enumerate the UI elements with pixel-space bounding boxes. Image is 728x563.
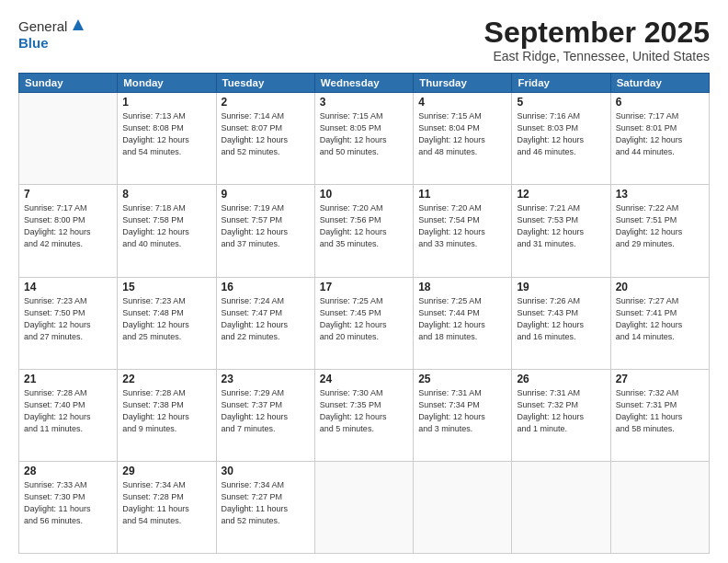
day-number: 13 [616,188,704,201]
calendar-week-row: 21Sunrise: 7:28 AM Sunset: 7:40 PM Dayli… [19,369,710,461]
calendar-day-cell: 7Sunrise: 7:17 AM Sunset: 8:00 PM Daylig… [19,185,118,277]
svg-marker-0 [73,19,84,30]
day-info: Sunrise: 7:29 AM Sunset: 7:37 PM Dayligh… [222,387,310,435]
day-number: 28 [24,465,112,477]
calendar-body: 1Sunrise: 7:13 AM Sunset: 8:08 PM Daylig… [19,93,710,554]
logo-blue-text: Blue [18,35,49,51]
day-number: 18 [418,281,506,293]
day-info: Sunrise: 7:26 AM Sunset: 7:43 PM Dayligh… [517,295,605,343]
day-info: Sunrise: 7:25 AM Sunset: 7:45 PM Dayligh… [320,295,408,343]
day-number: 19 [517,281,605,293]
calendar-day-cell: 29Sunrise: 7:34 AM Sunset: 7:28 PM Dayli… [118,461,216,553]
calendar-day-cell: 17Sunrise: 7:25 AM Sunset: 7:45 PM Dayli… [314,277,413,369]
location-text: East Ridge, Tennessee, United States [484,49,710,63]
calendar-day-cell: 8Sunrise: 7:18 AM Sunset: 7:58 PM Daylig… [118,185,216,277]
day-number: 29 [122,465,210,477]
calendar-day-cell: 15Sunrise: 7:23 AM Sunset: 7:48 PM Dayli… [118,277,216,369]
day-info: Sunrise: 7:14 AM Sunset: 8:07 PM Dayligh… [222,110,310,158]
calendar-day-cell: 2Sunrise: 7:14 AM Sunset: 8:07 PM Daylig… [216,93,314,185]
day-number: 8 [122,188,210,201]
calendar-day-cell [512,461,610,553]
calendar-day-cell: 23Sunrise: 7:29 AM Sunset: 7:37 PM Dayli… [216,369,314,461]
day-of-week-header: Tuesday [216,74,314,93]
day-info: Sunrise: 7:31 AM Sunset: 7:32 PM Dayligh… [517,387,605,435]
day-info: Sunrise: 7:15 AM Sunset: 8:05 PM Dayligh… [320,110,408,158]
day-number: 24 [320,373,408,385]
calendar-day-cell: 24Sunrise: 7:30 AM Sunset: 7:35 PM Dayli… [314,369,413,461]
day-of-week-header: Wednesday [314,74,413,93]
day-number: 14 [24,281,112,293]
day-number: 17 [320,281,408,293]
logo-triangle-icon [72,18,85,35]
day-info: Sunrise: 7:22 AM Sunset: 7:51 PM Dayligh… [616,202,704,250]
calendar-day-cell: 16Sunrise: 7:24 AM Sunset: 7:47 PM Dayli… [216,277,314,369]
calendar-day-cell: 4Sunrise: 7:15 AM Sunset: 8:04 PM Daylig… [414,93,512,185]
day-info: Sunrise: 7:27 AM Sunset: 7:41 PM Dayligh… [616,295,704,343]
calendar-day-cell [610,461,709,553]
day-info: Sunrise: 7:31 AM Sunset: 7:34 PM Dayligh… [418,387,506,435]
logo: General Blue [18,17,85,52]
day-info: Sunrise: 7:34 AM Sunset: 7:28 PM Dayligh… [122,479,210,527]
day-info: Sunrise: 7:23 AM Sunset: 7:50 PM Dayligh… [24,295,112,343]
calendar-week-row: 7Sunrise: 7:17 AM Sunset: 8:00 PM Daylig… [19,185,710,277]
day-number: 2 [222,96,310,109]
calendar-day-cell: 21Sunrise: 7:28 AM Sunset: 7:40 PM Dayli… [19,369,118,461]
calendar-day-cell: 27Sunrise: 7:32 AM Sunset: 7:31 PM Dayli… [610,369,709,461]
calendar-day-cell: 30Sunrise: 7:34 AM Sunset: 7:27 PM Dayli… [216,461,314,553]
calendar-day-cell: 9Sunrise: 7:19 AM Sunset: 7:57 PM Daylig… [216,185,314,277]
calendar-day-cell: 13Sunrise: 7:22 AM Sunset: 7:51 PM Dayli… [610,185,709,277]
day-number: 26 [517,373,605,385]
day-info: Sunrise: 7:19 AM Sunset: 7:57 PM Dayligh… [222,202,310,250]
day-info: Sunrise: 7:20 AM Sunset: 7:54 PM Dayligh… [418,202,506,250]
calendar-day-cell [314,461,413,553]
day-number: 30 [222,465,310,477]
calendar-day-cell: 5Sunrise: 7:16 AM Sunset: 8:03 PM Daylig… [512,93,610,185]
calendar-day-cell: 11Sunrise: 7:20 AM Sunset: 7:54 PM Dayli… [414,185,512,277]
title-section: September 2025 East Ridge, Tennessee, Un… [484,17,710,63]
calendar-day-cell: 6Sunrise: 7:17 AM Sunset: 8:01 PM Daylig… [610,93,709,185]
day-number: 27 [616,373,704,385]
day-info: Sunrise: 7:24 AM Sunset: 7:47 PM Dayligh… [222,295,310,343]
day-of-week-header: Saturday [610,74,709,93]
day-info: Sunrise: 7:23 AM Sunset: 7:48 PM Dayligh… [122,295,210,343]
day-number: 7 [24,188,112,201]
calendar-table: SundayMondayTuesdayWednesdayThursdayFrid… [18,73,710,554]
day-info: Sunrise: 7:13 AM Sunset: 8:08 PM Dayligh… [122,110,210,158]
day-number: 16 [222,281,310,293]
day-number: 22 [122,373,210,385]
page-header: General Blue September 2025 East Ridge, … [18,17,710,63]
day-info: Sunrise: 7:32 AM Sunset: 7:31 PM Dayligh… [616,387,704,435]
calendar-day-cell: 19Sunrise: 7:26 AM Sunset: 7:43 PM Dayli… [512,277,610,369]
day-number: 4 [418,96,506,109]
day-number: 6 [616,96,704,109]
month-title: September 2025 [484,17,710,49]
day-number: 1 [122,96,210,109]
day-info: Sunrise: 7:30 AM Sunset: 7:35 PM Dayligh… [320,387,408,435]
day-info: Sunrise: 7:25 AM Sunset: 7:44 PM Dayligh… [418,295,506,343]
day-info: Sunrise: 7:15 AM Sunset: 8:04 PM Dayligh… [418,110,506,158]
day-of-week-header: Sunday [19,74,118,93]
calendar-week-row: 28Sunrise: 7:33 AM Sunset: 7:30 PM Dayli… [19,461,710,553]
day-info: Sunrise: 7:18 AM Sunset: 7:58 PM Dayligh… [122,202,210,250]
calendar-day-cell [19,93,118,185]
calendar-day-cell: 10Sunrise: 7:20 AM Sunset: 7:56 PM Dayli… [314,185,413,277]
calendar-day-cell [414,461,512,553]
day-number: 9 [222,188,310,201]
day-info: Sunrise: 7:34 AM Sunset: 7:27 PM Dayligh… [222,479,310,527]
day-of-week-header: Thursday [414,74,512,93]
calendar-week-row: 1Sunrise: 7:13 AM Sunset: 8:08 PM Daylig… [19,93,710,185]
day-number: 12 [517,188,605,201]
calendar-day-cell: 20Sunrise: 7:27 AM Sunset: 7:41 PM Dayli… [610,277,709,369]
day-info: Sunrise: 7:33 AM Sunset: 7:30 PM Dayligh… [24,479,112,527]
calendar-day-cell: 26Sunrise: 7:31 AM Sunset: 7:32 PM Dayli… [512,369,610,461]
day-number: 10 [320,188,408,201]
day-info: Sunrise: 7:20 AM Sunset: 7:56 PM Dayligh… [320,202,408,250]
day-info: Sunrise: 7:16 AM Sunset: 8:03 PM Dayligh… [517,110,605,158]
day-info: Sunrise: 7:17 AM Sunset: 8:01 PM Dayligh… [616,110,704,158]
calendar-header: SundayMondayTuesdayWednesdayThursdayFrid… [19,74,710,93]
day-number: 11 [418,188,506,201]
calendar-day-cell: 1Sunrise: 7:13 AM Sunset: 8:08 PM Daylig… [118,93,216,185]
calendar-day-cell: 25Sunrise: 7:31 AM Sunset: 7:34 PM Dayli… [414,369,512,461]
calendar-day-cell: 18Sunrise: 7:25 AM Sunset: 7:44 PM Dayli… [414,277,512,369]
day-of-week-header: Friday [512,74,610,93]
